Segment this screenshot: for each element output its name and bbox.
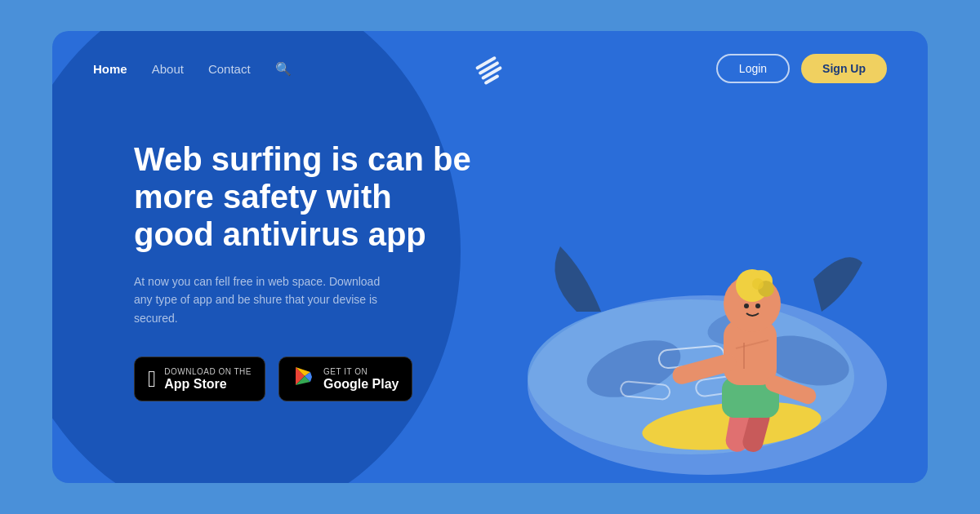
google-play-text: GET IT ON Google Play — [323, 367, 399, 392]
logo — [472, 52, 508, 91]
store-buttons:  Download on the App Store — [134, 357, 526, 401]
app-store-text: Download on the App Store — [164, 367, 252, 392]
hero-title: Web surfing is can be more safety with g… — [134, 140, 477, 253]
app-store-button[interactable]:  Download on the App Store — [134, 357, 265, 401]
main-content: Web surfing is can be more safety with g… — [52, 83, 928, 401]
login-button[interactable]: Login — [716, 54, 790, 83]
search-icon[interactable]: 🔍 — [275, 61, 292, 77]
nav-about[interactable]: About — [152, 62, 184, 76]
google-play-sub: GET IT ON — [323, 367, 399, 376]
google-play-button[interactable]: GET IT ON Google Play — [278, 357, 412, 401]
app-store-main: App Store — [164, 376, 252, 392]
nav-home[interactable]: Home — [93, 62, 127, 76]
app-store-sub: Download on the — [164, 367, 252, 376]
google-play-main: Google Play — [323, 376, 399, 392]
apple-icon:  — [148, 368, 156, 391]
navbar: Home About Contact 🔍 Login Sign Up — [52, 31, 928, 83]
main-container: Home About Contact 🔍 Login Sign Up Web s — [52, 31, 928, 483]
nav-buttons: Login Sign Up — [716, 54, 887, 83]
signup-button[interactable]: Sign Up — [801, 54, 887, 83]
hero-description: At now you can fell free in web space. D… — [134, 273, 395, 327]
nav-contact[interactable]: Contact — [208, 62, 251, 76]
google-play-icon — [292, 366, 315, 392]
nav-links: Home About Contact 🔍 — [93, 61, 292, 77]
left-section: Web surfing is can be more safety with g… — [134, 124, 526, 401]
